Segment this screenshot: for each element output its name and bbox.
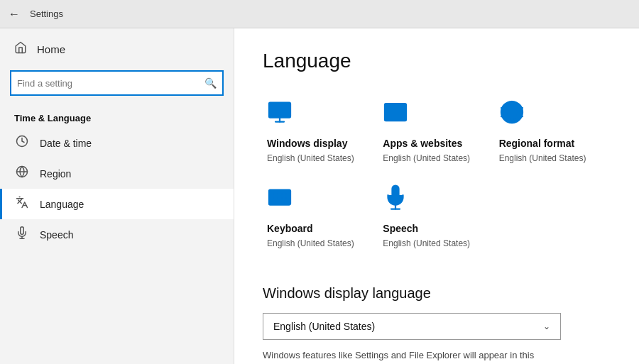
content-area: Language Windows display English (United… xyxy=(234,28,639,364)
sidebar-item-region[interactable]: Region xyxy=(0,158,234,189)
speech-grid-title: Speech xyxy=(383,223,418,234)
sidebar: Home 🔍 Time & Language Date & time xyxy=(0,28,234,364)
keyboard-icon xyxy=(267,184,293,216)
app-title: Settings xyxy=(30,9,63,19)
back-button[interactable]: ← xyxy=(9,8,20,21)
clock-icon xyxy=(14,135,30,151)
regional-format-option[interactable]: Regional format English (United States) xyxy=(495,92,611,177)
speech-grid-subtitle: English (United States) xyxy=(383,238,470,248)
windows-display-title: Windows display xyxy=(267,138,347,149)
search-container: 🔍 xyxy=(0,65,234,106)
search-input[interactable] xyxy=(17,78,204,89)
chevron-down-icon: ⌄ xyxy=(543,321,550,331)
keyboard-title: Keyboard xyxy=(267,223,313,234)
sidebar-item-speech[interactable]: Speech xyxy=(0,219,234,250)
display-language-dropdown[interactable]: English (United States) ⌄ xyxy=(263,313,561,340)
apps-websites-title: Apps & websites xyxy=(383,138,462,149)
browser-icon xyxy=(383,99,408,131)
speech-label: Speech xyxy=(40,229,73,241)
svg-rect-5 xyxy=(269,103,290,118)
page-title: Language xyxy=(263,50,611,72)
language-label: Language xyxy=(40,199,84,210)
sidebar-item-language[interactable]: Language xyxy=(0,189,234,219)
search-box[interactable]: 🔍 xyxy=(10,70,224,96)
language-options-grid: Windows display English (United States) … xyxy=(263,92,611,263)
sidebar-section-header: Time & Language xyxy=(0,106,234,128)
globe-icon xyxy=(14,165,30,182)
title-bar: ← Settings xyxy=(0,0,639,28)
date-time-label: Date & time xyxy=(40,138,92,149)
region-label: Region xyxy=(40,168,71,180)
windows-display-option[interactable]: Windows display English (United States) xyxy=(263,92,378,177)
apps-websites-subtitle: English (United States) xyxy=(383,153,470,163)
svg-rect-8 xyxy=(385,104,406,121)
speech-option[interactable]: Speech English (United States) xyxy=(378,177,494,263)
home-icon xyxy=(14,41,27,57)
home-label: Home xyxy=(37,43,65,55)
language-icon xyxy=(14,196,30,212)
monitor-icon xyxy=(267,99,293,131)
globe-detailed-icon xyxy=(499,99,525,131)
windows-display-language-section-title: Windows display language xyxy=(263,285,611,302)
speech-icon xyxy=(383,184,408,216)
windows-display-subtitle: English (United States) xyxy=(267,153,354,163)
sidebar-item-date-time[interactable]: Date & time xyxy=(0,128,234,158)
search-icon[interactable]: 🔍 xyxy=(204,77,217,89)
main-layout: Home 🔍 Time & Language Date & time xyxy=(0,28,639,364)
regional-format-subtitle: English (United States) xyxy=(499,153,586,163)
regional-format-title: Regional format xyxy=(499,138,575,149)
sidebar-item-home[interactable]: Home xyxy=(0,34,234,65)
dropdown-value: English (United States) xyxy=(273,321,375,332)
keyboard-subtitle: English (United States) xyxy=(267,238,354,248)
apps-websites-option[interactable]: Apps & websites English (United States) xyxy=(378,92,494,177)
microphone-icon xyxy=(14,226,30,243)
display-language-description: Windows features like Settings and File … xyxy=(263,348,561,364)
keyboard-option[interactable]: Keyboard English (United States) xyxy=(263,177,378,263)
